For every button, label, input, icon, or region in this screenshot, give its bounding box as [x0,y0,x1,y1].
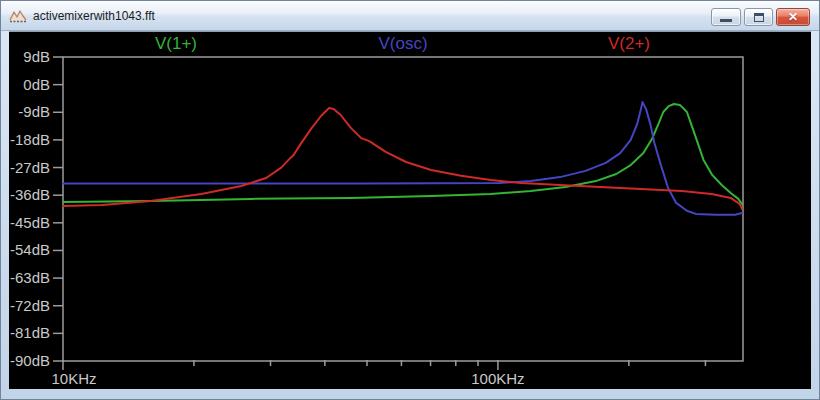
y-axis-tick-label: -63dB [10,269,50,286]
waveform-app-icon[interactable] [9,8,27,24]
window-controls: ✕ [711,8,810,26]
fft-plot[interactable]: 9dB0dB-9dB-18dB-27dB-36dB-45dB-54dB-63dB… [9,32,811,390]
y-axis-tick-label: -90dB [10,352,50,369]
y-axis-tick-label: 9dB [23,48,50,65]
legend-label-v2plus[interactable]: V(2+) [608,34,650,54]
axis-frame [63,57,743,361]
maximize-icon [754,13,764,22]
y-axis-tick-label: -9dB [18,103,50,120]
y-axis-tick-label: -45dB [10,214,50,231]
close-icon: ✕ [788,11,798,23]
y-axis-tick-label: -72dB [10,297,50,314]
y-axis-tick-label: -27dB [10,159,50,176]
x-axis-tick-label: 100KHz [471,370,524,387]
y-axis-tick-label: -81dB [10,324,50,341]
app-window: activemixerwith1043.fft ✕ V(1+) V(osc) V… [0,0,820,400]
minimize-button[interactable] [711,8,741,26]
legend-label-vosc[interactable]: V(osc) [378,34,427,54]
minimize-icon [720,19,732,22]
legend-label-v1plus[interactable]: V(1+) [155,34,197,54]
trace-v2 [63,108,742,209]
x-axis-tick-label: 10KHz [51,370,96,387]
trace-vosc [63,102,742,215]
maximize-button[interactable] [744,8,773,26]
y-axis-tick-label: -18dB [10,131,50,148]
y-axis-tick-label: 0dB [23,76,50,93]
close-button[interactable]: ✕ [776,8,810,26]
y-axis-tick-label: -54dB [10,241,50,258]
y-axis-tick-label: -36dB [10,186,50,203]
title-bar[interactable]: activemixerwith1043.fft ✕ [1,1,819,31]
plot-client-area[interactable]: V(1+) V(osc) V(2+) 9dB0dB-9dB-18dB-27dB-… [9,31,811,389]
window-title: activemixerwith1043.fft [33,1,155,31]
